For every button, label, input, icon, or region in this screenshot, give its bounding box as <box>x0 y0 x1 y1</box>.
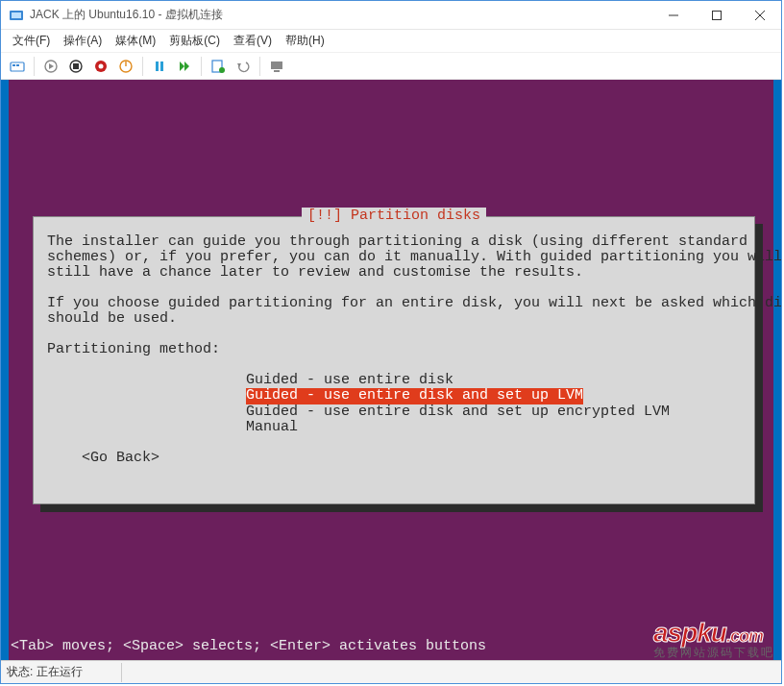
window-title: JACK 上的 Ubuntu16.10 - 虚拟机连接 <box>30 7 651 23</box>
checkpoint-button[interactable] <box>208 56 229 77</box>
menubar: 文件(F) 操作(A) 媒体(M) 剪贴板(C) 查看(V) 帮助(H) <box>1 30 781 53</box>
svg-rect-7 <box>12 64 15 66</box>
toolbar-separator <box>142 57 143 76</box>
svg-rect-24 <box>271 61 282 69</box>
window-controls <box>651 1 781 29</box>
keyboard-hint: <Tab> moves; <Space> selects; <Enter> ac… <box>9 638 486 654</box>
close-button[interactable] <box>738 1 781 29</box>
menu-clipboard[interactable]: 剪贴板(C) <box>163 31 226 51</box>
dialog-body: The installer can guide you through part… <box>47 234 741 466</box>
revert-button[interactable] <box>233 56 254 77</box>
minimize-button[interactable] <box>651 1 695 29</box>
toolbar-separator <box>34 57 35 76</box>
app-window: JACK 上的 Ubuntu16.10 - 虚拟机连接 文件(F) 操作(A) … <box>0 0 782 684</box>
option-guided-encrypted-lvm[interactable]: Guided - use entire disk and set up encr… <box>246 404 670 420</box>
option-guided-lvm[interactable]: Guided - use entire disk and set up LVM <box>246 388 583 404</box>
save-button[interactable] <box>115 56 136 77</box>
svg-rect-8 <box>16 64 19 66</box>
dialog-title-wrap: [!!] Partition disks <box>34 208 754 224</box>
toolbar-separator <box>259 57 260 76</box>
svg-rect-25 <box>274 70 280 72</box>
titlebar: JACK 上的 Ubuntu16.10 - 虚拟机连接 <box>1 1 781 30</box>
start-button[interactable] <box>40 56 61 77</box>
menu-file[interactable]: 文件(F) <box>7 31 56 51</box>
menu-media[interactable]: 媒体(M) <box>110 31 161 51</box>
watermark-domain: .com <box>726 626 763 646</box>
svg-rect-6 <box>11 62 24 71</box>
svg-rect-1 <box>12 12 21 18</box>
statusbar: 状态: 正在运行 <box>1 660 781 683</box>
watermark: aspku.com 免费网站源码下载吧 <box>653 618 774 661</box>
menu-help[interactable]: 帮助(H) <box>280 31 331 51</box>
option-manual[interactable]: Manual <box>246 420 298 435</box>
turnoff-button[interactable] <box>65 56 86 77</box>
menu-action[interactable]: 操作(A) <box>58 31 108 51</box>
svg-marker-10 <box>49 63 54 69</box>
reset-button[interactable] <box>174 56 195 77</box>
toolbar <box>1 53 781 80</box>
svg-rect-12 <box>73 63 79 69</box>
dialog-paragraph-2: If you choose guided partitioning for an… <box>47 295 781 327</box>
svg-point-14 <box>99 63 104 68</box>
svg-marker-19 <box>180 61 184 71</box>
dialog-paragraph-1: The installer can guide you through part… <box>47 233 781 281</box>
status-text: 状态: 正在运行 <box>7 664 83 680</box>
pause-button[interactable] <box>149 56 170 77</box>
go-back-button[interactable]: <Go Back> <box>82 451 159 466</box>
ctrl-alt-del-button[interactable] <box>7 56 28 77</box>
dialog-title: [!!] Partition disks <box>302 208 486 224</box>
maximize-button[interactable] <box>695 1 738 29</box>
watermark-brand: aspku <box>653 618 726 648</box>
enhanced-session-button[interactable] <box>266 56 287 77</box>
vm-screen[interactable]: [!!] Partition disks The installer can g… <box>9 80 773 660</box>
svg-point-22 <box>219 67 225 73</box>
svg-rect-17 <box>156 61 159 71</box>
menu-view[interactable]: 查看(V) <box>228 31 278 51</box>
svg-marker-23 <box>237 63 241 67</box>
watermark-sub: 免费网站源码下载吧 <box>653 645 774 661</box>
svg-rect-3 <box>712 11 721 19</box>
partition-dialog: [!!] Partition disks The installer can g… <box>33 216 755 504</box>
option-guided-entire[interactable]: Guided - use entire disk <box>246 373 453 388</box>
vm-display-area: [!!] Partition disks The installer can g… <box>1 80 781 660</box>
svg-rect-18 <box>160 61 163 71</box>
shutdown-button[interactable] <box>90 56 111 77</box>
dialog-prompt: Partitioning method: <box>47 341 220 357</box>
app-icon <box>9 8 24 23</box>
svg-marker-20 <box>184 61 189 71</box>
toolbar-separator <box>201 57 202 76</box>
status-separator <box>121 663 122 682</box>
